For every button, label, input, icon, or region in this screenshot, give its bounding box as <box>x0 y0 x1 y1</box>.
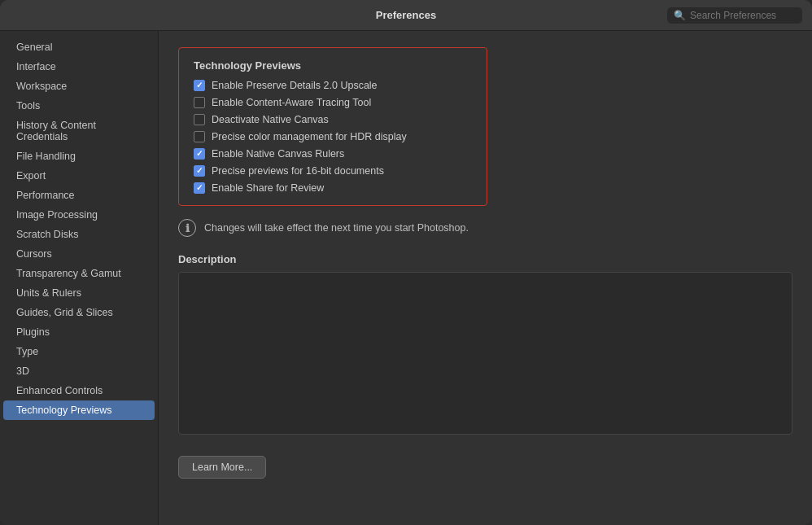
checkbox-label-4: Enable Native Canvas Rulers <box>212 148 344 160</box>
info-icon: ℹ <box>178 219 196 237</box>
checkbox-row-3[interactable]: Precise color management for HDR display <box>194 131 472 142</box>
checkbox-0[interactable] <box>194 80 205 91</box>
checkbox-4[interactable] <box>194 148 205 160</box>
checkbox-label-6: Enable Share for Review <box>212 182 324 194</box>
sidebar-item-general[interactable]: General <box>3 37 155 57</box>
checkbox-6[interactable] <box>194 182 205 194</box>
preferences-window: Preferences 🔍 GeneralInterfaceWorkspaceT… <box>0 0 812 525</box>
sidebar-item-units---rulers[interactable]: Units & Rulers <box>3 283 155 303</box>
sidebar-item-interface[interactable]: Interface <box>3 57 155 77</box>
checkbox-label-5: Precise previews for 16-bit documents <box>212 165 384 177</box>
checkboxes-container: Enable Preserve Details 2.0 UpscaleEnabl… <box>194 80 472 194</box>
checkbox-2[interactable] <box>194 114 205 125</box>
search-icon: 🔍 <box>674 10 686 21</box>
sidebar-item-enhanced-controls[interactable]: Enhanced Controls <box>3 381 155 400</box>
info-text: Changes will take effect the next time y… <box>204 222 469 234</box>
section-title: Technology Previews <box>194 59 472 72</box>
checkbox-row-6[interactable]: Enable Share for Review <box>194 182 472 194</box>
sidebar-item-workspace[interactable]: Workspace <box>3 77 155 96</box>
checkbox-1[interactable] <box>194 97 205 108</box>
sidebar-item-plugins[interactable]: Plugins <box>3 322 155 342</box>
sidebar-item-performance[interactable]: Performance <box>3 186 155 205</box>
content-area: GeneralInterfaceWorkspaceToolsHistory & … <box>0 31 812 525</box>
sidebar-item-3d[interactable]: 3D <box>3 361 155 381</box>
sidebar-item-guides--grid---slices[interactable]: Guides, Grid & Slices <box>3 303 155 322</box>
sidebar-item-file-handling[interactable]: File Handling <box>3 147 155 166</box>
sidebar-item-scratch-disks[interactable]: Scratch Disks <box>3 225 155 244</box>
info-row: ℹ Changes will take effect the next time… <box>178 219 792 237</box>
checkbox-row-0[interactable]: Enable Preserve Details 2.0 Upscale <box>194 80 472 91</box>
checkbox-label-3: Precise color management for HDR display <box>212 131 407 142</box>
search-bar[interactable]: 🔍 <box>667 7 802 24</box>
checkbox-row-1[interactable]: Enable Content-Aware Tracing Tool <box>194 97 472 108</box>
sidebar-item-tools[interactable]: Tools <box>3 96 155 116</box>
window-title: Preferences <box>376 9 436 21</box>
sidebar-item-type[interactable]: Type <box>3 342 155 361</box>
checkbox-5[interactable] <box>194 165 205 177</box>
sidebar-item-export[interactable]: Export <box>3 166 155 186</box>
description-section: Description <box>178 253 792 435</box>
description-box <box>178 272 792 435</box>
sidebar-item-technology-previews[interactable]: Technology Previews <box>3 400 155 420</box>
checkbox-3[interactable] <box>194 131 205 142</box>
tech-previews-box: Technology Previews Enable Preserve Deta… <box>178 47 487 206</box>
titlebar: Preferences 🔍 <box>0 0 812 31</box>
sidebar-item-image-processing[interactable]: Image Processing <box>3 205 155 225</box>
learn-more-button[interactable]: Learn More... <box>178 456 266 479</box>
search-input[interactable] <box>690 10 796 21</box>
checkbox-row-2[interactable]: Deactivate Native Canvas <box>194 114 472 125</box>
checkbox-label-2: Deactivate Native Canvas <box>212 114 329 125</box>
checkbox-label-0: Enable Preserve Details 2.0 Upscale <box>212 80 378 91</box>
sidebar-item-cursors[interactable]: Cursors <box>3 244 155 264</box>
sidebar-item-transparency---gamut[interactable]: Transparency & Gamut <box>3 264 155 283</box>
main-content: Technology Previews Enable Preserve Deta… <box>159 31 812 525</box>
checkbox-row-4[interactable]: Enable Native Canvas Rulers <box>194 148 472 160</box>
sidebar-item-history---content-credentials[interactable]: History & Content Credentials <box>3 116 155 147</box>
checkbox-row-5[interactable]: Precise previews for 16-bit documents <box>194 165 472 177</box>
checkbox-label-1: Enable Content-Aware Tracing Tool <box>212 97 371 108</box>
description-label: Description <box>178 253 792 265</box>
sidebar: GeneralInterfaceWorkspaceToolsHistory & … <box>0 31 159 525</box>
